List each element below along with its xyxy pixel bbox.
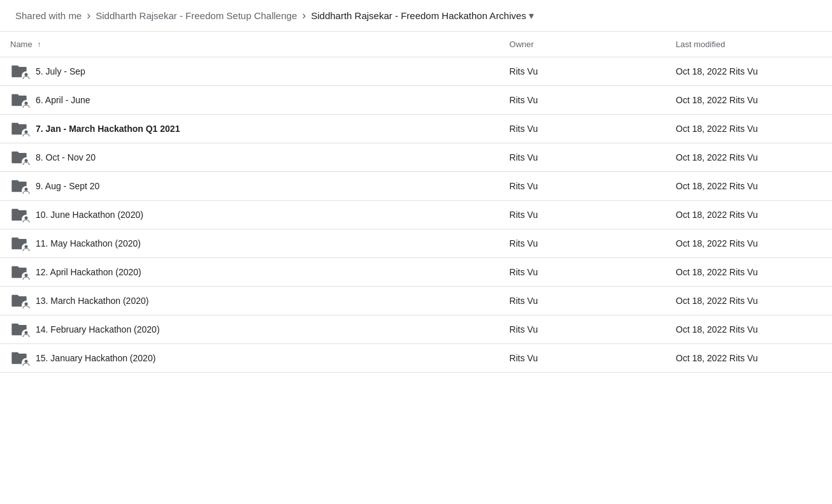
file-modified: Oct 18, 2022 Rits Vu bbox=[666, 258, 832, 287]
file-table: Name ↑ Owner Last modified bbox=[0, 32, 832, 373]
file-owner: Rits Vu bbox=[499, 287, 666, 315]
column-header-name[interactable]: Name ↑ bbox=[0, 32, 499, 57]
shared-folder-badge bbox=[22, 272, 31, 281]
shared-folder-badge bbox=[22, 215, 31, 224]
table-row[interactable]: 10. June Hackathon (2020) Rits VuOct 18,… bbox=[0, 201, 832, 229]
file-modified: Oct 18, 2022 Rits Vu bbox=[666, 201, 832, 229]
file-name: 10. June Hackathon (2020) bbox=[36, 210, 143, 220]
file-modified: Oct 18, 2022 Rits Vu bbox=[666, 229, 832, 258]
svg-point-3 bbox=[25, 159, 28, 162]
file-modified: Oct 18, 2022 Rits Vu bbox=[666, 143, 832, 172]
folder-icon bbox=[10, 92, 28, 108]
file-owner: Rits Vu bbox=[499, 172, 666, 201]
table-row[interactable]: 5. July - Sep Rits VuOct 18, 2022 Rits V… bbox=[0, 57, 832, 86]
file-modified: Oct 18, 2022 Rits Vu bbox=[666, 315, 832, 344]
file-owner: Rits Vu bbox=[499, 57, 666, 86]
svg-point-0 bbox=[25, 73, 28, 76]
sort-icon: ↑ bbox=[37, 40, 41, 49]
folder-icon bbox=[10, 178, 28, 194]
file-name: 14. February Hackathon (2020) bbox=[36, 324, 160, 335]
svg-point-9 bbox=[25, 331, 28, 335]
folder-icon bbox=[10, 322, 28, 337]
table-row[interactable]: 9. Aug - Sept 20 Rits VuOct 18, 2022 Rit… bbox=[0, 172, 832, 201]
breadcrumb-item-shared[interactable]: Shared with me bbox=[15, 10, 82, 21]
file-name: 15. January Hackathon (2020) bbox=[36, 353, 155, 363]
column-header-owner[interactable]: Owner bbox=[499, 32, 666, 57]
folder-icon bbox=[10, 350, 28, 366]
folder-icon bbox=[10, 121, 28, 136]
file-modified: Oct 18, 2022 Rits Vu bbox=[666, 115, 832, 143]
file-owner: Rits Vu bbox=[499, 201, 666, 229]
breadcrumb-separator-2: › bbox=[302, 9, 306, 22]
file-name: 6. April - June bbox=[36, 95, 90, 105]
file-name: 9. Aug - Sept 20 bbox=[36, 181, 99, 191]
file-modified: Oct 18, 2022 Rits Vu bbox=[666, 344, 832, 373]
table-row[interactable]: 14. February Hackathon (2020) Rits VuOct… bbox=[0, 315, 832, 344]
shared-folder-badge bbox=[22, 329, 31, 338]
table-header-row: Name ↑ Owner Last modified bbox=[0, 32, 832, 57]
table-row[interactable]: 15. January Hackathon (2020) Rits VuOct … bbox=[0, 344, 832, 373]
svg-point-5 bbox=[25, 217, 28, 220]
file-owner: Rits Vu bbox=[499, 344, 666, 373]
shared-folder-badge bbox=[22, 186, 31, 195]
file-modified: Oct 18, 2022 Rits Vu bbox=[666, 287, 832, 315]
shared-folder-badge bbox=[22, 358, 31, 367]
folder-icon bbox=[10, 264, 28, 280]
file-name: 12. April Hackathon (2020) bbox=[36, 267, 141, 277]
table-row[interactable]: 12. April Hackathon (2020) Rits VuOct 18… bbox=[0, 258, 832, 287]
file-modified: Oct 18, 2022 Rits Vu bbox=[666, 172, 832, 201]
file-modified: Oct 18, 2022 Rits Vu bbox=[666, 57, 832, 86]
svg-point-10 bbox=[25, 360, 28, 363]
breadcrumb-separator-1: › bbox=[87, 9, 90, 22]
file-owner: Rits Vu bbox=[499, 115, 666, 143]
folder-icon bbox=[10, 150, 28, 165]
column-header-modified[interactable]: Last modified bbox=[666, 32, 832, 57]
table-row[interactable]: 8. Oct - Nov 20 Rits VuOct 18, 2022 Rits… bbox=[0, 143, 832, 172]
breadcrumb-current-label: Siddharth Rajsekar - Freedom Hackathon A… bbox=[311, 10, 526, 21]
folder-icon bbox=[10, 64, 28, 79]
svg-point-2 bbox=[25, 131, 28, 134]
file-owner: Rits Vu bbox=[499, 86, 666, 115]
file-name: 8. Oct - Nov 20 bbox=[36, 152, 96, 162]
folder-icon bbox=[10, 293, 28, 308]
svg-point-8 bbox=[25, 303, 28, 306]
shared-folder-badge bbox=[22, 71, 31, 80]
file-owner: Rits Vu bbox=[499, 229, 666, 258]
file-owner: Rits Vu bbox=[499, 315, 666, 344]
shared-folder-badge bbox=[22, 301, 31, 310]
shared-folder-badge bbox=[22, 100, 31, 109]
breadcrumb-current: Siddharth Rajsekar - Freedom Hackathon A… bbox=[311, 10, 534, 22]
shared-folder-badge bbox=[22, 129, 31, 138]
file-name: 11. May Hackathon (2020) bbox=[36, 238, 141, 248]
table-row[interactable]: 11. May Hackathon (2020) Rits VuOct 18, … bbox=[0, 229, 832, 258]
shared-folder-badge bbox=[22, 243, 31, 252]
table-row[interactable]: 6. April - June Rits VuOct 18, 2022 Rits… bbox=[0, 86, 832, 115]
file-name: 5. July - Sep bbox=[36, 66, 85, 76]
breadcrumb-item-setup[interactable]: Siddharth Rajsekar - Freedom Setup Chall… bbox=[96, 10, 297, 21]
folder-icon bbox=[10, 207, 28, 222]
table-row[interactable]: 13. March Hackathon (2020) Rits VuOct 18… bbox=[0, 287, 832, 315]
shared-folder-badge bbox=[22, 157, 31, 166]
svg-point-4 bbox=[25, 188, 28, 191]
svg-point-6 bbox=[25, 245, 28, 248]
file-owner: Rits Vu bbox=[499, 143, 666, 172]
file-modified: Oct 18, 2022 Rits Vu bbox=[666, 86, 832, 115]
file-name: 7. Jan - March Hackathon Q1 2021 bbox=[36, 124, 180, 134]
svg-point-1 bbox=[25, 102, 28, 105]
file-owner: Rits Vu bbox=[499, 258, 666, 287]
svg-point-7 bbox=[25, 274, 28, 277]
folder-icon bbox=[10, 236, 28, 251]
file-name: 13. March Hackathon (2020) bbox=[36, 296, 148, 306]
breadcrumb-dropdown-icon[interactable]: ▾ bbox=[529, 10, 534, 22]
table-row[interactable]: 7. Jan - March Hackathon Q1 2021 Rits Vu… bbox=[0, 115, 832, 143]
breadcrumb: Shared with me › Siddharth Rajsekar - Fr… bbox=[0, 0, 832, 32]
